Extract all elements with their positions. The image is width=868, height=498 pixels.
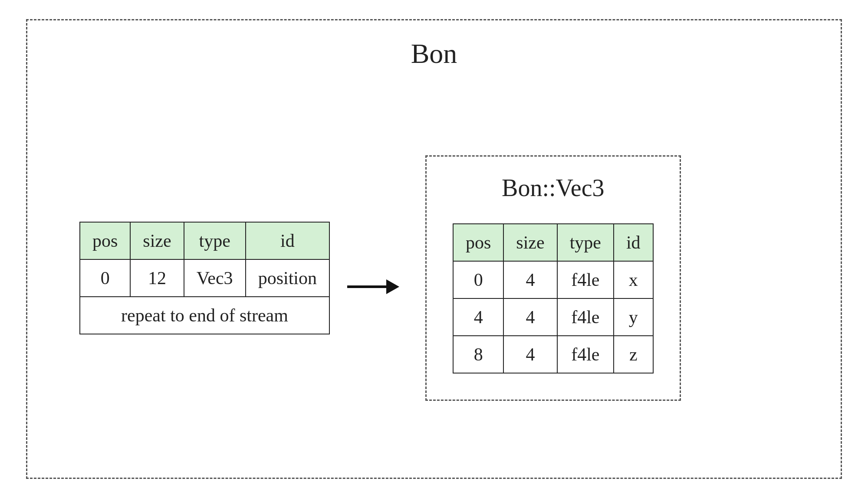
bon-cell-size: 12 <box>130 259 184 297</box>
vec3-cell-2-2: f4le <box>557 336 614 373</box>
bon-table-header-row: pos size type id <box>80 222 329 259</box>
bon-cell-id: position <box>246 259 329 297</box>
bon-table: pos size type id 0 12 Vec3 position repe… <box>79 222 330 334</box>
vec3-header-size: size <box>503 224 557 261</box>
vec3-cell-2-0: 8 <box>453 336 503 373</box>
bon-repeat-text: repeat to end of stream <box>80 297 329 334</box>
bon-header-id: id <box>246 222 329 259</box>
vec3-header-pos: pos <box>453 224 503 261</box>
vec3-cell-0-1: 4 <box>503 261 557 298</box>
bon-header-pos: pos <box>80 222 130 259</box>
inner-title: Bon::Vec3 <box>502 174 604 202</box>
arrow-icon <box>347 276 399 298</box>
svg-marker-1 <box>386 279 399 294</box>
bon-header-type: type <box>184 222 246 259</box>
vec3-cell-1-1: 4 <box>503 298 557 336</box>
vec3-cell-2-1: 4 <box>503 336 557 373</box>
vec3-row-2: 84f4lez <box>453 336 653 373</box>
vec3-header-id: id <box>614 224 653 261</box>
vec3-cell-0-3: x <box>614 261 653 298</box>
bon-header-size: size <box>130 222 184 259</box>
vec3-cell-2-3: z <box>614 336 653 373</box>
bon-data-row: 0 12 Vec3 position <box>80 259 329 297</box>
vec3-cell-1-3: y <box>614 298 653 336</box>
vec3-row-0: 04f4lex <box>453 261 653 298</box>
arrow-container <box>330 276 417 298</box>
inner-container: Bon::Vec3 pos size type id 04f4lex44f4le… <box>425 155 681 401</box>
vec3-table: pos size type id 04f4lex44f4ley84f4lez <box>453 223 654 374</box>
vec3-cell-1-2: f4le <box>557 298 614 336</box>
outer-container: Bon pos size type id 0 12 Vec3 <box>26 19 842 479</box>
bon-repeat-row: repeat to end of stream <box>80 297 329 334</box>
vec3-header-type: type <box>557 224 614 261</box>
vec3-row-1: 44f4ley <box>453 298 653 336</box>
vec3-cell-0-2: f4le <box>557 261 614 298</box>
vec3-cell-0-0: 0 <box>453 261 503 298</box>
vec3-header-row: pos size type id <box>453 224 653 261</box>
vec3-cell-1-0: 4 <box>453 298 503 336</box>
content-area: pos size type id 0 12 Vec3 position repe… <box>53 96 815 460</box>
left-section: pos size type id 0 12 Vec3 position repe… <box>79 222 330 334</box>
bon-cell-type: Vec3 <box>184 259 246 297</box>
outer-title: Bon <box>53 38 815 70</box>
bon-cell-pos: 0 <box>80 259 130 297</box>
